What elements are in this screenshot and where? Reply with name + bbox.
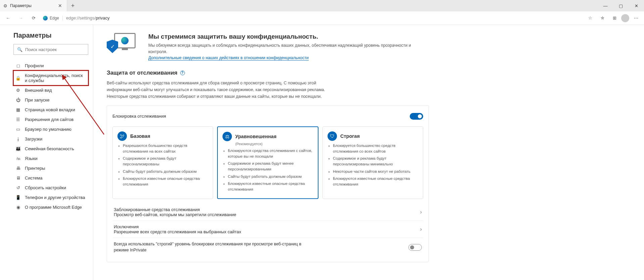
nav-label: Страница новой вкладки xyxy=(25,107,75,112)
sidebar-item-13[interactable]: 📱Телефон и другие устройства xyxy=(13,193,88,202)
nav-label: Внешний вид xyxy=(25,88,52,93)
favorites-bar-button[interactable]: ✮ xyxy=(597,13,608,24)
sidebar-item-14[interactable]: ◉О программе Microsoft Edge xyxy=(13,202,88,212)
nav-label: Принтеры xyxy=(25,166,45,171)
sidebar-item-3[interactable]: ⏻При запуске xyxy=(13,95,88,105)
sidebar-item-0[interactable]: ◻Профили xyxy=(13,61,88,71)
shield-icon: ✓ xyxy=(107,40,118,53)
url-text: edge://settings/privacy xyxy=(66,15,109,21)
search-input[interactable] xyxy=(25,47,85,52)
nav-label: Сбросить настройки xyxy=(25,185,66,190)
blocked-trackers-row[interactable]: Заблокированные средства отслеживания Пр… xyxy=(112,204,423,221)
nav-label: При запуске xyxy=(25,97,50,103)
tracking-heading: Защита от отслеживания xyxy=(107,70,178,76)
nav-icon: ▭ xyxy=(15,127,21,132)
nav-icon: 👪 xyxy=(15,146,21,151)
search-icon: 🔍 xyxy=(17,47,22,52)
sidebar-item-7[interactable]: ⭳Загрузки xyxy=(13,134,88,144)
nav-icon: ◻ xyxy=(15,63,21,68)
settings-content: ✓ Мы стремимся защитить вашу конфиденциа… xyxy=(93,25,644,280)
sidebar-heading: Параметры xyxy=(13,32,88,39)
nav-label: Профили xyxy=(25,63,44,68)
favorite-button[interactable]: ☆ xyxy=(585,13,596,24)
minimize-button[interactable]: — xyxy=(598,0,613,11)
nav-icon: ☰ xyxy=(15,117,21,122)
sidebar-item-8[interactable]: 👪Семейная безопасность xyxy=(13,144,88,154)
sidebar-item-1[interactable]: 🔒Конфиденциальность, поиск и службы xyxy=(13,71,88,85)
exceptions-row[interactable]: Исключения Разрешение всех средств отсле… xyxy=(112,221,423,238)
level-icon: 🕊 xyxy=(117,131,127,141)
browser-tab[interactable]: ⚙ Параметры ✕ xyxy=(0,0,67,11)
tracking-level-1[interactable]: ⚖Уравновешенная(Рекомендуется)Блокируютс… xyxy=(217,126,318,199)
tracking-desc: Веб-сайты используют средства отслеживан… xyxy=(107,80,328,100)
nav-label: Загрузки xyxy=(25,136,42,142)
nav-label: Разрешения для сайтов xyxy=(25,117,73,122)
maximize-button[interactable]: ▢ xyxy=(613,0,629,11)
sidebar-item-6[interactable]: ▭Браузер по умолчанию xyxy=(13,124,88,134)
gear-icon: ⚙ xyxy=(3,3,7,8)
sidebar-item-4[interactable]: ▦Страница новой вкладки xyxy=(13,105,88,115)
nav-label: Конфиденциальность, поиск и службы xyxy=(25,73,86,83)
nav-label: Телефон и другие устройства xyxy=(25,195,85,200)
refresh-button[interactable]: ⟳ xyxy=(28,13,39,24)
sidebar-item-9[interactable]: 🗛Языки xyxy=(13,154,88,163)
block-tracking-label: Блокировка отслеживания xyxy=(112,114,166,119)
sidebar-item-10[interactable]: 🖶Принтеры xyxy=(13,163,88,173)
menu-button[interactable]: ⋯ xyxy=(631,13,641,24)
site-identity[interactable]: Edge xyxy=(43,16,63,21)
profile-avatar[interactable] xyxy=(621,14,629,22)
nav-icon: 🖶 xyxy=(15,166,21,171)
close-icon[interactable]: ✕ xyxy=(57,3,63,8)
privacy-hero: ✓ Мы стремимся защитить вашу конфиденциа… xyxy=(107,33,429,60)
collections-button[interactable]: ⊞ xyxy=(609,13,620,24)
inprivate-strict-toggle[interactable] xyxy=(408,244,422,251)
settings-sidebar: Параметры 🔍 ◻Профили🔒Конфиденциальность,… xyxy=(0,25,93,280)
tab-title: Параметры xyxy=(10,3,54,8)
nav-icon: ⚙ xyxy=(15,88,21,93)
sidebar-item-2[interactable]: ⚙Внешний вид xyxy=(13,85,88,95)
nav-icon: 📱 xyxy=(15,195,21,200)
chevron-right-icon: › xyxy=(420,226,422,232)
hero-title: Мы стремимся защитить вашу конфиденциаль… xyxy=(148,33,429,40)
nav-label: Семейная безопасность xyxy=(25,146,74,151)
new-tab-button[interactable]: + xyxy=(67,0,79,11)
close-window-button[interactable]: ✕ xyxy=(629,0,644,11)
sidebar-item-5[interactable]: ☰Разрешения для сайтов xyxy=(13,115,88,124)
nav-label: О программе Microsoft Edge xyxy=(25,205,82,210)
tracking-card: Блокировка отслеживания 🕊БазоваяРазрешаю… xyxy=(107,105,429,263)
level-icon: 🛡 xyxy=(328,131,337,141)
nav-label: Браузер по умолчанию xyxy=(25,127,71,132)
address-bar[interactable]: Edge edge://settings/privacy xyxy=(43,13,581,24)
tracking-level-2[interactable]: 🛡СтрогаяБлокируется большинство средств … xyxy=(323,126,423,199)
back-button[interactable]: ← xyxy=(3,13,13,24)
nav-label: Языки xyxy=(25,156,38,161)
nav-icon: ↺ xyxy=(15,185,21,190)
nav-icon: ◉ xyxy=(15,205,21,210)
hero-illustration: ✓ xyxy=(107,33,140,56)
sidebar-item-12[interactable]: ↺Сбросить настройки xyxy=(13,183,88,193)
block-tracking-toggle[interactable] xyxy=(410,113,423,120)
nav-icon: ⭳ xyxy=(15,136,21,142)
hero-learn-more-link[interactable]: Дополнительные сведения о наших действия… xyxy=(148,55,309,61)
nav-icon: 🗛 xyxy=(15,156,21,161)
nav-label: Система xyxy=(25,175,42,181)
forward-button: → xyxy=(15,13,26,24)
nav-icon: ▦ xyxy=(15,107,21,112)
inprivate-strict-row: Всегда использовать "строгий" уровень бл… xyxy=(112,238,423,256)
sidebar-item-11[interactable]: 🖥Система xyxy=(13,173,88,183)
level-icon: ⚖ xyxy=(222,132,232,141)
tracking-level-0[interactable]: 🕊БазоваяРазрешаются большинство средств … xyxy=(112,126,213,199)
toolbar: ← → ⟳ Edge edge://settings/privacy ☆ ✮ ⊞… xyxy=(0,11,644,25)
hero-desc: Мы обязуемся всегда защищать и соблюдать… xyxy=(148,42,429,55)
settings-search[interactable]: 🔍 xyxy=(13,44,88,55)
info-icon[interactable]: ? xyxy=(180,71,185,75)
nav-icon: 🖥 xyxy=(15,175,21,181)
nav-icon: 🔒 xyxy=(15,76,21,81)
nav-icon: ⏻ xyxy=(15,97,21,103)
titlebar: ⚙ Параметры ✕ + — ▢ ✕ xyxy=(0,0,644,11)
edge-logo-icon xyxy=(43,16,48,21)
chevron-right-icon: › xyxy=(420,209,422,215)
